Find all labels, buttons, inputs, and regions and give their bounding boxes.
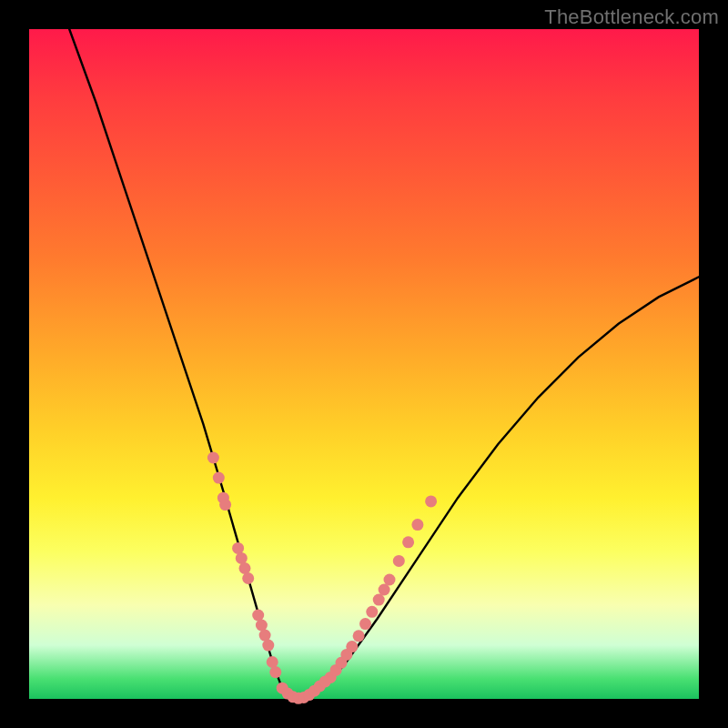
marker-layer: [207, 452, 437, 704]
data-marker: [402, 536, 414, 548]
data-marker: [256, 620, 268, 632]
data-marker: [219, 499, 231, 511]
data-marker: [353, 630, 365, 642]
data-marker: [269, 666, 281, 678]
data-marker: [359, 618, 371, 630]
watermark-text: TheBottleneck.com: [544, 5, 719, 29]
data-marker: [232, 542, 244, 554]
data-marker: [213, 472, 225, 484]
data-marker: [252, 610, 264, 622]
data-marker: [393, 555, 405, 567]
data-marker: [239, 562, 251, 574]
data-marker: [373, 594, 385, 606]
data-marker: [262, 640, 274, 652]
plot-area: [29, 29, 699, 699]
data-marker: [366, 606, 378, 618]
chart-svg: [29, 29, 699, 699]
data-marker: [259, 630, 271, 642]
data-marker: [267, 656, 278, 668]
data-marker: [236, 552, 248, 564]
data-marker: [319, 675, 331, 687]
data-marker: [425, 495, 437, 507]
data-marker: [379, 584, 390, 596]
data-marker: [411, 519, 423, 531]
data-marker: [207, 452, 219, 464]
data-marker: [242, 572, 254, 584]
chart-frame: TheBottleneck.com: [0, 0, 728, 728]
data-marker: [384, 574, 396, 586]
data-marker: [346, 641, 358, 652]
